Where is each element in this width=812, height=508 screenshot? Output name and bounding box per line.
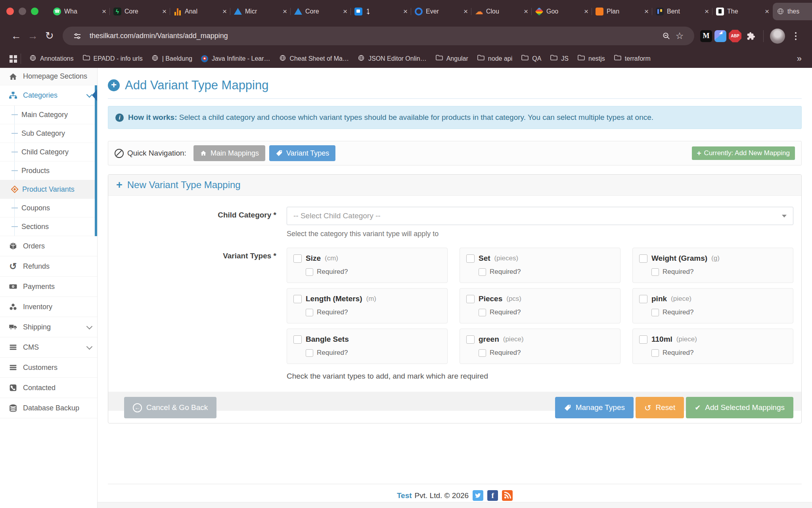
extensions-puzzle-icon[interactable] (744, 29, 758, 43)
facebook-icon[interactable]: f (487, 490, 498, 501)
tab-close-icon[interactable]: × (705, 8, 709, 15)
bookmark-item[interactable]: | Baeldung (147, 54, 197, 63)
back-button[interactable]: ← (8, 28, 25, 44)
sidebar-item-contacted[interactable]: Contacted (0, 378, 97, 398)
minimize-window-icon[interactable] (19, 8, 26, 15)
sidebar-item-shipping[interactable]: Shipping (0, 317, 97, 337)
variant-checkbox[interactable] (639, 295, 647, 303)
sidebar-item-homepage-sections[interactable]: Homepage Sections (0, 68, 97, 85)
site-settings-icon[interactable] (71, 32, 84, 40)
tab-close-icon[interactable]: × (463, 8, 468, 15)
sidebar-item-refunds[interactable]: ↺Refunds (0, 256, 97, 277)
reload-button[interactable]: ↻ (41, 28, 58, 44)
browser-tab[interactable]: Plan× (592, 3, 652, 20)
extension-notes-icon[interactable] (714, 30, 726, 42)
extension-m-icon[interactable]: M (700, 30, 712, 42)
browser-tab[interactable]: Ever× (411, 3, 471, 20)
browser-tab[interactable]: 1× (351, 3, 411, 20)
bookmark-item[interactable]: Angular (431, 54, 473, 63)
variant-checkbox[interactable] (639, 335, 647, 344)
sidebar-item-main-category[interactable]: Main Category (0, 106, 97, 124)
twitter-icon[interactable] (473, 490, 483, 501)
variant-checkbox[interactable] (639, 254, 647, 263)
browser-tab[interactable]: Bent× (652, 3, 712, 20)
bookmark-item[interactable]: JS (546, 54, 573, 63)
tab-close-icon[interactable]: × (222, 8, 227, 15)
browser-tab[interactable]: ☎Wha× (50, 3, 110, 20)
browser-tab[interactable]: Goo× (532, 3, 592, 20)
required-checkbox[interactable] (651, 349, 659, 357)
bookmark-item[interactable]: Annotations (25, 54, 78, 63)
tab-close-icon[interactable]: × (765, 8, 769, 15)
add-selected-mappings-button[interactable]: ✔ Add Selected Mappings (686, 397, 793, 418)
sidebar-item-orders[interactable]: Orders (0, 236, 97, 256)
footer-company-link[interactable]: Test (397, 491, 412, 500)
bookmarks-overflow-chevron[interactable]: » (797, 54, 805, 64)
profile-avatar[interactable] (770, 29, 785, 44)
manage-types-button[interactable]: Manage Types (555, 397, 634, 418)
sidebar-item-payments[interactable]: Payments (0, 277, 97, 297)
required-checkbox[interactable] (651, 268, 659, 276)
required-checkbox[interactable] (306, 268, 313, 276)
variant-checkbox[interactable] (293, 335, 302, 344)
browser-tab[interactable]: thes× (773, 3, 812, 20)
tab-close-icon[interactable]: × (102, 8, 106, 15)
browser-tab[interactable]: Micr× (230, 3, 291, 20)
sidebar-item-child-category[interactable]: Child Category (0, 143, 97, 162)
browser-menu-icon[interactable] (787, 28, 804, 44)
required-checkbox[interactable] (306, 309, 313, 316)
tab-close-icon[interactable]: × (343, 8, 347, 15)
variant-checkbox[interactable] (293, 254, 302, 263)
sidebar-item-database-backup[interactable]: Database Backup (0, 398, 97, 418)
required-checkbox[interactable] (479, 349, 486, 357)
zoom-out-icon[interactable] (659, 32, 673, 40)
apps-grid-icon[interactable] (10, 55, 13, 58)
browser-tab[interactable]: ϟCore× (110, 3, 170, 20)
bookmark-item[interactable]: EPADD - info urls (78, 54, 147, 63)
sidebar-item-cms[interactable]: CMS (0, 337, 97, 358)
child-category-select[interactable]: -- Select Child Category -- (287, 207, 793, 225)
sidebar-item-sections[interactable]: Sections (0, 217, 97, 236)
bookmark-item[interactable]: terraform (609, 54, 655, 63)
url-text[interactable]: thesilkart.com/admin/Variants/add_mappin… (90, 32, 228, 40)
bookmark-star-icon[interactable]: ☆ (673, 31, 686, 41)
sidebar-item-coupons[interactable]: Coupons (0, 199, 97, 217)
sidebar-item-inventory[interactable]: Inventory (0, 297, 97, 317)
tab-close-icon[interactable]: × (283, 8, 287, 15)
bookmark-item[interactable]: node api (473, 54, 517, 63)
variant-checkbox[interactable] (466, 335, 475, 344)
bookmark-item[interactable]: nestjs (573, 54, 609, 63)
sidebar-item-products[interactable]: Products (0, 162, 97, 180)
tab-close-icon[interactable]: × (162, 8, 167, 15)
tab-close-icon[interactable]: × (584, 8, 588, 15)
required-checkbox[interactable] (479, 268, 486, 276)
close-window-icon[interactable] (6, 8, 14, 15)
bookmark-item[interactable]: QA (517, 54, 546, 63)
required-checkbox[interactable] (651, 309, 659, 316)
variant-checkbox[interactable] (466, 254, 475, 263)
sidebar-item-product-variants[interactable]: Product Variants (0, 180, 97, 199)
sidebar-item-categories[interactable]: Categories (0, 85, 97, 106)
rss-icon[interactable] (502, 490, 513, 501)
sidebar-item-customers[interactable]: Customers (0, 358, 97, 378)
browser-tab[interactable]: Core× (291, 3, 351, 20)
maximize-window-icon[interactable] (31, 8, 38, 15)
forward-button[interactable]: → (25, 28, 41, 44)
required-checkbox[interactable] (306, 349, 313, 357)
tab-close-icon[interactable]: × (403, 8, 408, 15)
bookmark-item[interactable]: Cheat Sheet of Ma… (275, 54, 353, 63)
bookmark-item[interactable]: Java Infinite - Lear… (197, 55, 275, 62)
sidebar-item-sub-category[interactable]: Sub Category (0, 124, 97, 143)
address-bar[interactable]: thesilkart.com/admin/Variants/add_mappin… (63, 27, 694, 45)
tab-close-icon[interactable]: × (524, 8, 528, 15)
variant-types-button[interactable]: Variant Types (269, 145, 335, 161)
browser-tab[interactable]: ☁Clou× (471, 3, 532, 20)
cancel-go-back-button[interactable]: ← Cancel & Go Back (124, 397, 216, 418)
variant-checkbox[interactable] (293, 295, 302, 303)
tab-close-icon[interactable]: × (644, 8, 649, 15)
browser-tab[interactable]: Anal× (170, 3, 230, 20)
adblock-plus-icon[interactable]: ABP (729, 30, 741, 42)
browser-tab[interactable]: The× (712, 3, 773, 20)
bookmark-item[interactable]: JSON Editor Onlin… (353, 54, 431, 63)
reset-button[interactable]: ↺ Reset (636, 397, 684, 418)
